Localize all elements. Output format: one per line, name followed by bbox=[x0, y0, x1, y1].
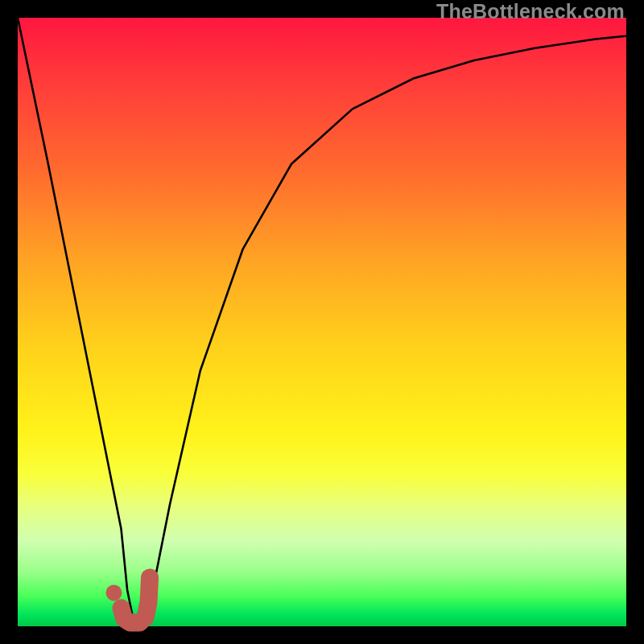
series-v-curve bbox=[18, 18, 626, 620]
series-marker-dot bbox=[105, 584, 122, 601]
series-marker-hook bbox=[122, 578, 151, 623]
chart-svg bbox=[18, 18, 626, 626]
